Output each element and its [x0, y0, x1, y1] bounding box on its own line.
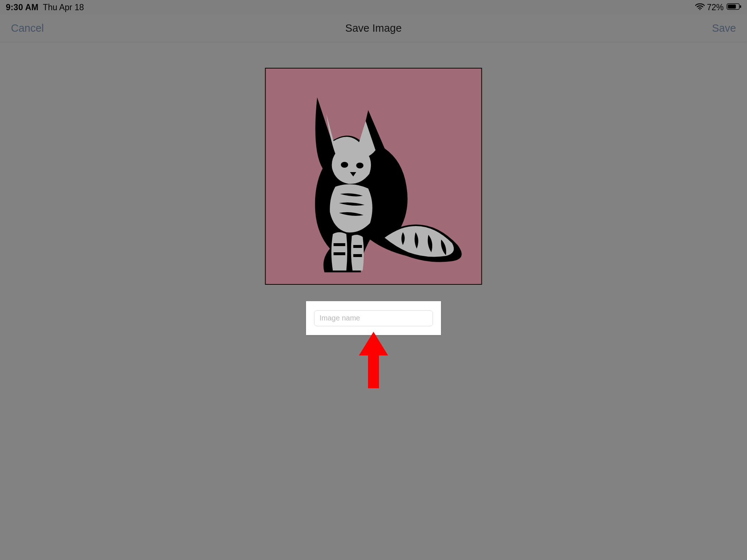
status-bar-right: 72%	[695, 3, 742, 12]
svg-point-4	[341, 162, 348, 168]
cancel-button[interactable]: Cancel	[11, 22, 44, 34]
status-bar-left: 9:30 AM Thu Apr 18	[5, 3, 84, 12]
battery-icon	[727, 3, 742, 12]
status-bar: 9:30 AM Thu Apr 18 72%	[0, 0, 747, 15]
content-area	[0, 42, 747, 560]
status-date: Thu Apr 18	[43, 3, 84, 12]
svg-point-5	[356, 163, 363, 168]
status-time: 9:30 AM	[6, 3, 38, 12]
annotation-up-arrow-icon	[359, 332, 388, 388]
nav-bar: Cancel Save Image Save	[0, 15, 747, 42]
screen: 9:30 AM Thu Apr 18 72%	[0, 0, 747, 560]
save-button[interactable]: Save	[712, 22, 736, 34]
battery-percent: 72%	[707, 3, 724, 12]
svg-point-0	[699, 9, 700, 10]
svg-rect-3	[740, 5, 742, 8]
image-name-input[interactable]	[314, 310, 433, 326]
image-preview	[265, 68, 482, 285]
wifi-icon	[695, 3, 705, 12]
svg-rect-2	[728, 4, 736, 8]
image-name-panel	[306, 301, 441, 335]
cat-illustration-icon	[275, 77, 472, 276]
svg-marker-6	[359, 332, 388, 388]
page-title: Save Image	[0, 22, 747, 34]
